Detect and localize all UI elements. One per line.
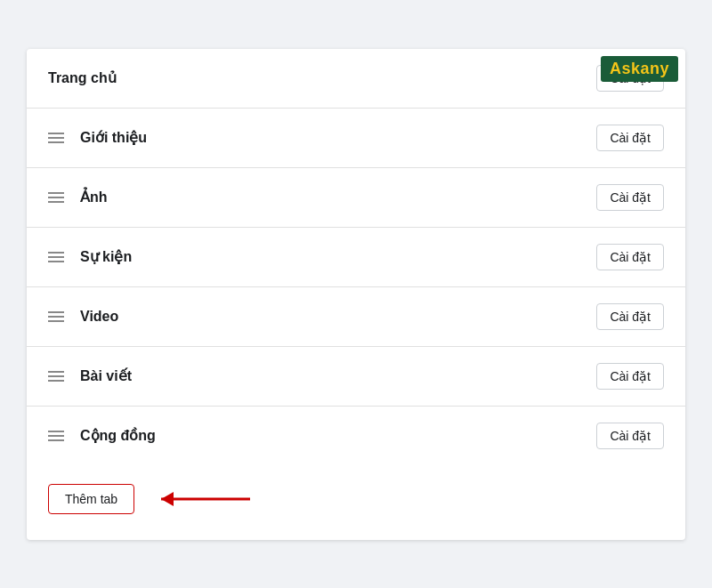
tab-left-5: Cộng đồng — [48, 427, 156, 444]
tab-row-0: Giới thiệuCài đặt — [27, 109, 685, 168]
main-container: Askany Trang chủ Cài đặt Giới thiệuCài đ… — [27, 49, 685, 540]
tab-row-5: Cộng đồngCài đặt — [27, 407, 685, 465]
tab-name-0: Giới thiệu — [80, 129, 147, 146]
cai-dat-button-1[interactable]: Cài đặt — [596, 184, 664, 211]
tab-row-trang-chu: Trang chủ Cài đặt — [27, 49, 685, 109]
cai-dat-button-0[interactable]: Cài đặt — [596, 125, 664, 151]
cai-dat-button-2[interactable]: Cài đặt — [596, 244, 664, 270]
drag-handle-5[interactable] — [48, 431, 64, 441]
drag-handle-3[interactable] — [48, 311, 64, 322]
them-tab-section: Thêm tab — [27, 465, 685, 540]
tab-row-1: ẢnhCài đặt — [27, 168, 685, 228]
svg-marker-1 — [161, 492, 174, 506]
tab-row-3: VideoCài đặt — [27, 287, 685, 347]
them-tab-button[interactable]: Thêm tab — [48, 484, 134, 514]
tab-left-3: Video — [48, 309, 118, 325]
ask-text: Ask — [610, 60, 641, 77]
arrow-indicator — [152, 483, 259, 515]
drag-handle-0[interactable] — [48, 133, 64, 143]
drag-handle-2[interactable] — [48, 252, 64, 262]
tab-name-3: Video — [80, 309, 118, 325]
cai-dat-button-5[interactable]: Cài đặt — [596, 423, 664, 449]
trang-chu-label: Trang chủ — [48, 69, 117, 86]
tab-left-1: Ảnh — [48, 189, 108, 205]
tab-name-2: Sự kiện — [80, 248, 132, 265]
tab-left-0: Giới thiệu — [48, 129, 147, 146]
cai-dat-button-3[interactable]: Cài đặt — [596, 303, 664, 330]
tab-row-2: Sự kiệnCài đặt — [27, 228, 685, 287]
tab-name-1: Ảnh — [80, 189, 108, 205]
tabs-list: Giới thiệuCài đặtẢnhCài đặtSự kiệnCài đặ… — [27, 109, 685, 465]
tab-row-4: Bài viếtCài đặt — [27, 347, 685, 407]
tab-name-4: Bài viết — [80, 367, 132, 384]
tab-name-5: Cộng đồng — [80, 427, 156, 444]
tab-left-2: Sự kiện — [48, 248, 132, 265]
tab-left-4: Bài viết — [48, 367, 132, 384]
any-text: any — [640, 60, 669, 77]
cai-dat-button-4[interactable]: Cài đặt — [596, 363, 664, 390]
drag-handle-1[interactable] — [48, 192, 64, 203]
drag-handle-4[interactable] — [48, 371, 64, 382]
askany-logo: Askany — [601, 56, 678, 82]
